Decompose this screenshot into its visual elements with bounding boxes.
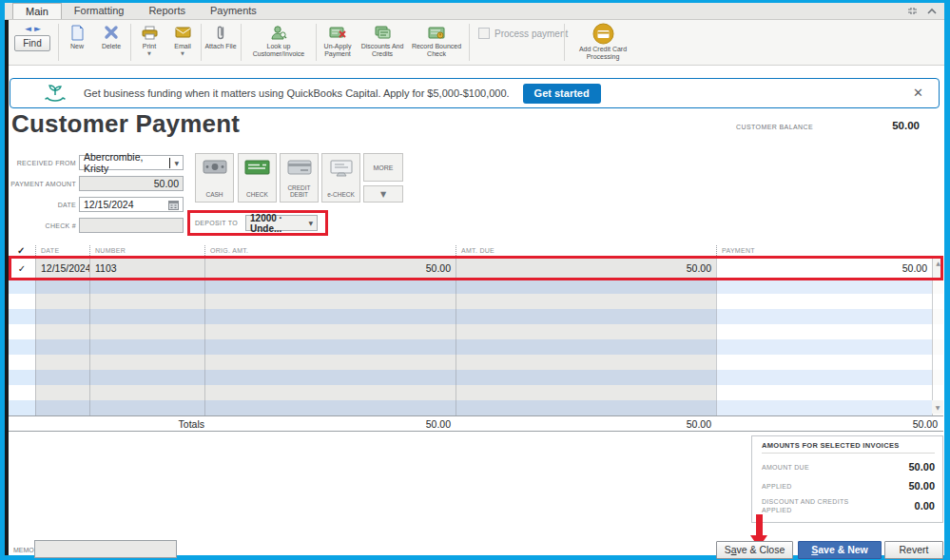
- orig-amt-column-header[interactable]: ORIG. AMT.: [204, 245, 456, 258]
- table-cell[interactable]: [35, 355, 89, 370]
- payment-method-credit-debit[interactable]: CREDIT DEBIT: [280, 153, 319, 203]
- table-cell[interactable]: [89, 309, 204, 324]
- table-cell[interactable]: [456, 339, 716, 355]
- more-button[interactable]: MORE: [363, 153, 403, 182]
- table-cell[interactable]: [932, 370, 943, 385]
- table-empty-row[interactable]: [9, 370, 943, 385]
- table-cell[interactable]: [35, 339, 89, 355]
- table-cell[interactable]: [456, 355, 716, 370]
- table-cell[interactable]: [932, 339, 943, 355]
- add-credit-card-processing-button[interactable]: Add Credit Card Processing: [568, 22, 638, 61]
- table-cell[interactable]: [35, 279, 89, 294]
- attach-file-button[interactable]: Attach File: [204, 23, 238, 50]
- table-cell[interactable]: [35, 324, 89, 339]
- calendar-icon[interactable]: [168, 200, 179, 210]
- payment-amount-field[interactable]: 50.00: [79, 176, 184, 191]
- table-cell[interactable]: [716, 400, 932, 415]
- payment-method-check[interactable]: CHECK: [238, 153, 277, 203]
- row-orig-amt[interactable]: 50.00: [204, 258, 456, 279]
- table-cell[interactable]: [9, 309, 35, 324]
- table-cell[interactable]: [932, 385, 943, 400]
- table-cell[interactable]: [932, 279, 943, 294]
- table-empty-row[interactable]: [9, 385, 943, 400]
- table-cell[interactable]: [204, 385, 456, 400]
- table-cell[interactable]: [204, 294, 456, 309]
- table-cell[interactable]: [9, 339, 35, 355]
- table-cell[interactable]: [204, 355, 456, 370]
- table-cell[interactable]: [932, 355, 943, 370]
- table-cell[interactable]: [89, 339, 204, 355]
- table-cell[interactable]: [456, 324, 716, 339]
- table-empty-row[interactable]: [9, 279, 943, 294]
- table-cell[interactable]: [716, 385, 932, 400]
- table-cell[interactable]: [716, 279, 932, 294]
- discounts-and-credits-button[interactable]: Discounts And Credits: [359, 23, 405, 58]
- table-cell[interactable]: [35, 309, 89, 324]
- table-cell[interactable]: [456, 294, 716, 309]
- save-and-close-button[interactable]: Save & Close: [716, 541, 793, 559]
- un-apply-payment-button[interactable]: Un-Apply Payment: [318, 23, 358, 58]
- table-cell[interactable]: [716, 370, 932, 385]
- print-dropdown-icon[interactable]: ▼: [147, 51, 151, 56]
- table-empty-row[interactable]: [9, 355, 943, 370]
- table-cell[interactable]: [35, 294, 89, 309]
- table-empty-row[interactable]: [9, 309, 943, 324]
- collapse-ribbon-icon[interactable]: [927, 8, 937, 14]
- table-cell[interactable]: [9, 385, 35, 400]
- process-payment-checkbox[interactable]: [478, 28, 490, 39]
- table-cell[interactable]: [35, 400, 89, 415]
- tab-main[interactable]: Main: [12, 3, 62, 19]
- table-cell[interactable]: [204, 309, 456, 324]
- payment-method-cash[interactable]: CASH: [195, 153, 234, 203]
- deposit-to-dropdown[interactable]: 12000 · Unde... ▼: [245, 215, 318, 231]
- table-cell[interactable]: [89, 279, 204, 294]
- table-cell[interactable]: [932, 309, 943, 324]
- table-empty-row[interactable]: [9, 339, 943, 355]
- table-cell[interactable]: [716, 355, 932, 370]
- check-column-header[interactable]: ✓: [9, 245, 35, 258]
- table-cell[interactable]: [204, 339, 456, 355]
- look-up-customer-invoice-button[interactable]: Look up Customer/Invoice: [243, 23, 314, 58]
- table-cell[interactable]: [456, 279, 716, 294]
- table-cell[interactable]: [456, 309, 716, 324]
- scrollbar-up-arrow[interactable]: ▲: [932, 258, 943, 279]
- table-cell[interactable]: [89, 370, 204, 385]
- banner-close-icon[interactable]: ✕: [913, 86, 923, 100]
- row-checkmark[interactable]: ✓: [9, 258, 35, 279]
- back-arrow-icon[interactable]: ◄: [25, 24, 34, 33]
- table-cell[interactable]: [89, 355, 204, 370]
- print-button[interactable]: Print ▼: [133, 23, 165, 56]
- more-dropdown-button[interactable]: ▼: [363, 185, 403, 203]
- table-cell[interactable]: [932, 294, 943, 309]
- payment-method-echeck[interactable]: e-CHECK: [321, 153, 360, 203]
- table-cell[interactable]: [9, 324, 35, 339]
- record-bounced-check-button[interactable]: Record Bounced Check: [408, 23, 465, 58]
- save-and-new-button[interactable]: Save & New: [798, 541, 882, 559]
- revert-button[interactable]: Revert: [884, 541, 943, 559]
- tab-payments[interactable]: Payments: [198, 3, 269, 19]
- amt-due-column-header[interactable]: AMT. DUE: [456, 245, 716, 258]
- delete-button[interactable]: Delete: [94, 23, 128, 50]
- table-empty-row[interactable]: [9, 400, 943, 415]
- received-from-dropdown[interactable]: Abercrombie, Kristy ▼: [79, 155, 184, 170]
- table-cell[interactable]: [204, 279, 456, 294]
- date-field[interactable]: 12/15/2024: [79, 197, 184, 212]
- table-cell[interactable]: [9, 279, 35, 294]
- check-number-field[interactable]: [79, 218, 184, 233]
- date-column-header[interactable]: DATE: [35, 245, 89, 258]
- table-cell[interactable]: [456, 385, 716, 400]
- row-payment[interactable]: 50.00: [716, 258, 932, 279]
- email-button[interactable]: Email ▼: [167, 23, 198, 56]
- table-cell[interactable]: [716, 324, 932, 339]
- table-cell[interactable]: [35, 370, 89, 385]
- table-cell[interactable]: [204, 400, 456, 415]
- number-column-header[interactable]: NUMBER: [89, 245, 204, 258]
- table-empty-row[interactable]: [9, 324, 943, 339]
- table-cell[interactable]: [9, 400, 35, 415]
- table-cell[interactable]: [716, 309, 932, 324]
- scrollbar-down-arrow[interactable]: ▼: [932, 400, 943, 414]
- table-cell[interactable]: [456, 400, 716, 415]
- memo-input[interactable]: [34, 540, 177, 558]
- tab-formatting[interactable]: Formatting: [62, 3, 137, 19]
- forward-arrow-icon[interactable]: ►: [34, 24, 44, 33]
